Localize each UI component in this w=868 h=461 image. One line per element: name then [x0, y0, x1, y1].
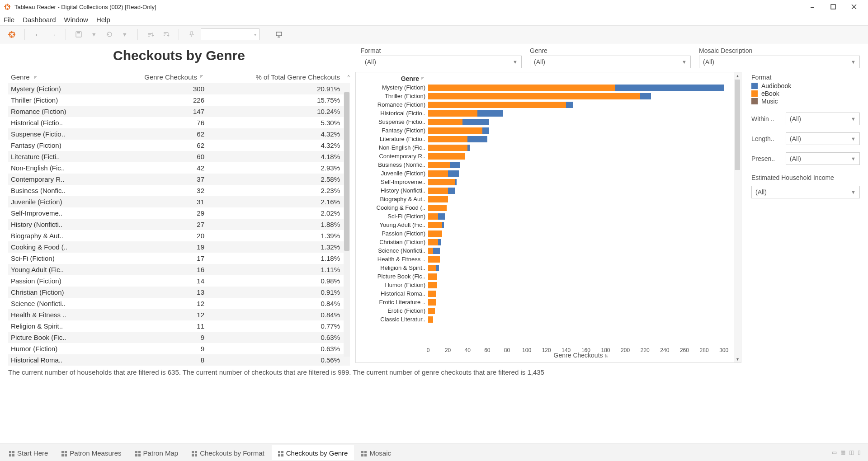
bar[interactable]	[428, 213, 445, 220]
sheet-tab[interactable]: Checkouts by Format	[185, 445, 271, 460]
bar[interactable]	[428, 282, 437, 288]
table-row[interactable]: Literature (Ficti..604.18%	[8, 151, 350, 162]
sheet-tab[interactable]: Checkouts by Genre	[272, 445, 354, 460]
sort-icon[interactable]	[200, 75, 204, 80]
table-row[interactable]: Sci-Fi (Fiction)171.18%	[8, 253, 350, 264]
sort-icon[interactable]	[421, 77, 425, 82]
sheet-tab[interactable]: Start Here	[3, 445, 54, 460]
close-button[interactable]	[844, 0, 864, 14]
bar[interactable]	[428, 188, 455, 194]
table-row[interactable]: Historical Roma..80.56%	[8, 354, 350, 366]
table-row[interactable]: Cooking & Food (..191.32%	[8, 241, 350, 253]
presentation-button[interactable]	[273, 28, 285, 41]
bar[interactable]	[428, 196, 448, 202]
filter-format-select[interactable]: (All)▼	[361, 56, 522, 68]
table-row[interactable]: Juvenile (Fiction)312.16%	[8, 196, 350, 207]
dropdown-caret-icon[interactable]: ▾	[88, 28, 100, 41]
maximize-button[interactable]	[823, 0, 844, 14]
menu-help[interactable]: Help	[96, 16, 110, 24]
scroll-up-icon[interactable]: ▴	[734, 73, 741, 78]
bar[interactable]	[428, 110, 503, 117]
tab-icon[interactable]: ◫	[849, 449, 854, 456]
toolbar-select[interactable]: ▾	[201, 28, 259, 40]
sheet-tab[interactable]: Patron Measures	[55, 445, 127, 460]
bar[interactable]	[428, 299, 436, 306]
dropdown-caret-icon[interactable]: ▾	[118, 28, 131, 41]
table-row[interactable]: Humor (Fiction)90.63%	[8, 343, 350, 354]
bar[interactable]	[428, 145, 470, 151]
col-genre-label[interactable]: Genre	[11, 73, 30, 81]
col-checkouts-label[interactable]: Genre Checkouts	[144, 73, 197, 81]
sheet-tab[interactable]: Patron Map	[129, 445, 185, 460]
filter-length-select[interactable]: (All)▼	[786, 132, 860, 145]
sort-icon[interactable]	[33, 75, 38, 80]
bar[interactable]	[428, 273, 437, 280]
bar[interactable]	[428, 119, 489, 125]
back-button[interactable]: ←	[31, 28, 44, 41]
refresh-button[interactable]	[103, 28, 116, 41]
legend-item[interactable]: Music	[751, 98, 860, 105]
table-row[interactable]: Science (Nonficti..120.84%	[8, 298, 350, 309]
menu-dashboard[interactable]: Dashboard	[23, 16, 56, 24]
minimize-button[interactable]: –	[802, 0, 823, 14]
bar[interactable]	[428, 205, 447, 211]
table-scrollbar[interactable]	[344, 92, 350, 357]
col-pct-label[interactable]: % of Total Genre Checkouts	[256, 73, 340, 81]
bar[interactable]	[428, 85, 724, 91]
sort-icon[interactable]: ⇅	[604, 353, 608, 358]
table-row[interactable]: Self-Improveme..292.02%	[8, 207, 350, 219]
bar[interactable]	[428, 265, 439, 271]
table-row[interactable]: Christian (Fiction)130.91%	[8, 287, 350, 298]
table-row[interactable]: Biography & Aut..201.39%	[8, 230, 350, 241]
bar[interactable]	[428, 136, 487, 142]
legend-item[interactable]: Audiobook	[751, 82, 860, 89]
sort-asc-button[interactable]	[144, 28, 157, 41]
bar[interactable]	[428, 179, 457, 185]
table-row[interactable]: Thriller (Fiction)22615.75%	[8, 94, 350, 106]
bar[interactable]	[428, 230, 442, 237]
menu-file[interactable]: File	[4, 16, 14, 24]
save-button[interactable]	[72, 28, 85, 41]
sort-desc-button[interactable]	[160, 28, 172, 41]
pin-button[interactable]	[185, 28, 198, 41]
scroll-down-icon[interactable]: ▾	[734, 357, 741, 362]
table-row[interactable]: Business (Nonfic..322.23%	[8, 185, 350, 196]
bar[interactable]	[428, 248, 440, 254]
bar[interactable]	[428, 162, 460, 168]
table-row[interactable]: Contemporary R..372.58%	[8, 174, 350, 185]
bar[interactable]	[428, 170, 459, 177]
bar[interactable]	[428, 239, 441, 245]
bar[interactable]	[428, 153, 465, 160]
bar[interactable]	[428, 222, 444, 228]
bar[interactable]	[428, 256, 440, 263]
filter-within-select[interactable]: (All)▼	[786, 113, 860, 125]
table-row[interactable]: History (Nonficti..271.88%	[8, 219, 350, 230]
bar[interactable]	[428, 102, 573, 108]
filter-income-select[interactable]: (All)▼	[751, 186, 860, 198]
table-row[interactable]: Fantasy (Fiction)624.32%	[8, 140, 350, 151]
tab-icon[interactable]: ▦	[840, 449, 845, 456]
table-row[interactable]: Historical (Fictio..765.30%	[8, 117, 350, 128]
table-row[interactable]: Health & Fitness ..120.84%	[8, 309, 350, 320]
bar[interactable]	[428, 291, 436, 297]
bar[interactable]	[428, 93, 651, 99]
table-row[interactable]: Romance (Fiction)14710.24%	[8, 106, 350, 117]
forward-button[interactable]: →	[47, 28, 59, 41]
chart-scrollbar[interactable]: ▴ ▾	[734, 72, 741, 362]
filter-genre-select[interactable]: (All)▼	[530, 56, 691, 68]
table-row[interactable]: Passion (Fiction)140.98%	[8, 275, 350, 287]
table-row[interactable]: Religion & Spirit..110.77%	[8, 320, 350, 332]
table-row[interactable]: Non-English (Fic..422.93%	[8, 162, 350, 174]
tab-icon[interactable]: ▯	[858, 449, 861, 456]
bar[interactable]	[428, 127, 489, 134]
bar[interactable]	[428, 316, 433, 323]
menu-window[interactable]: Window	[64, 16, 88, 24]
tab-icon[interactable]: ▭	[832, 449, 837, 456]
legend-item[interactable]: eBook	[751, 90, 860, 97]
table-row[interactable]: Picture Book (Fic..90.63%	[8, 332, 350, 343]
chevron-up-icon[interactable]: ^	[347, 74, 350, 80]
table-row[interactable]: Suspense (Fictio..624.32%	[8, 128, 350, 140]
bar[interactable]	[428, 308, 435, 314]
table-row[interactable]: Mystery (Fiction)30020.91%	[8, 83, 350, 94]
filter-mosaic-select[interactable]: (All)▼	[699, 56, 860, 68]
